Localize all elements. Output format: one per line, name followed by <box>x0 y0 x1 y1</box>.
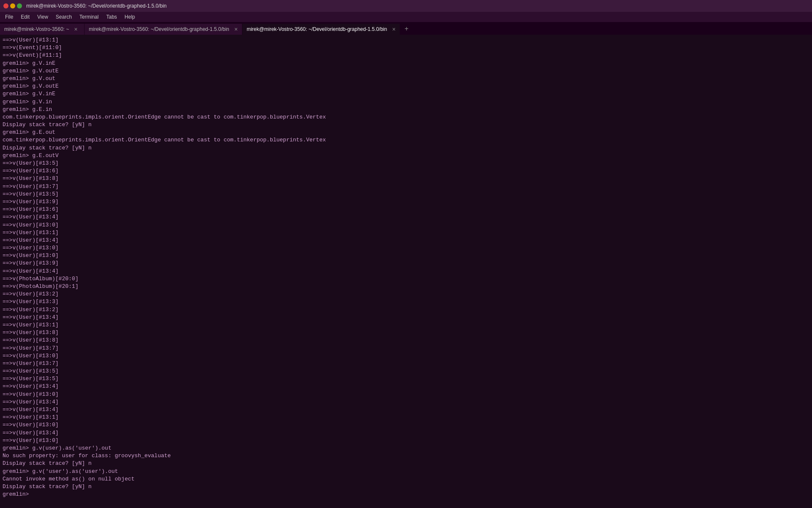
terminal-line-39: ==>v(User)[#13:8] <box>3 337 809 344</box>
close-button[interactable] <box>3 3 8 8</box>
terminal-line-3: gremlin> g.V.inE <box>3 60 809 67</box>
terminal-line-52: ==>v(User)[#13:0] <box>3 437 809 444</box>
menu-item-file[interactable]: File <box>2 13 16 21</box>
terminal-line-38: ==>v(User)[#13:8] <box>3 329 809 337</box>
terminal-line-6: gremlin> g.V.outE <box>3 83 809 90</box>
terminal-line-27: ==>v(User)[#13:0] <box>3 244 809 252</box>
menu-item-search[interactable]: Search <box>52 13 75 21</box>
terminal-line-35: ==>v(User)[#13:2] <box>3 306 809 314</box>
terminal-line-16: ==>v(User)[#13:5] <box>3 160 809 167</box>
terminal-line-23: ==>v(User)[#13:4] <box>3 213 809 221</box>
menu-item-help[interactable]: Help <box>121 13 139 21</box>
terminal-line-34: ==>v(User)[#13:3] <box>3 298 809 306</box>
terminal-line-42: ==>v(User)[#13:7] <box>3 360 809 367</box>
terminal-line-1: ==>v(Event)[#11:0] <box>3 44 809 52</box>
terminal-line-59: gremlin> <box>3 491 809 498</box>
tab-2[interactable]: mirek@mirek-Vostro-3560: ~/Devel/orientd… <box>242 24 400 35</box>
terminal-line-45: ==>v(User)[#13:4] <box>3 383 809 390</box>
terminal-line-0: ==>v(User)[#13:1] <box>3 36 809 44</box>
terminal-line-50: ==>v(User)[#13:0] <box>3 421 809 429</box>
terminal-line-58: Display stack trace? [yN] n <box>3 483 809 491</box>
window-controls[interactable] <box>3 3 22 8</box>
tab-0[interactable]: mirek@mirek-Vostro-3560: ~× <box>0 24 85 35</box>
terminal-line-54: No such property: user for class: groovy… <box>3 452 809 460</box>
tab-bar: mirek@mirek-Vostro-3560: ~×mirek@mirek-V… <box>0 22 812 35</box>
terminal-line-12: gremlin> g.E.out <box>3 129 809 136</box>
terminal-line-11: Display stack trace? [yN] n <box>3 121 809 129</box>
terminal-line-5: gremlin> g.V.out <box>3 75 809 83</box>
terminal-line-37: ==>v(User)[#13:1] <box>3 321 809 329</box>
terminal-line-18: ==>v(User)[#13:8] <box>3 175 809 182</box>
terminal-line-53: gremlin> g.v(user).as('user').out <box>3 444 809 452</box>
terminal-line-49: ==>v(User)[#13:1] <box>3 414 809 421</box>
terminal-line-28: ==>v(User)[#13:0] <box>3 252 809 260</box>
terminal-line-17: ==>v(User)[#13:6] <box>3 167 809 175</box>
menu-item-tabs[interactable]: Tabs <box>103 13 120 21</box>
terminal-line-25: ==>v(User)[#13:1] <box>3 229 809 237</box>
tab-label-2: mirek@mirek-Vostro-3560: ~/Devel/orientd… <box>247 26 387 32</box>
terminal-line-8: gremlin> g.V.in <box>3 98 809 106</box>
terminal-line-4: gremlin> g.V.outE <box>3 67 809 75</box>
new-tab-button[interactable]: + <box>400 24 413 35</box>
terminal-line-9: gremlin> g.E.in <box>3 106 809 113</box>
terminal-line-15: gremlin> g.E.outV <box>3 152 809 160</box>
terminal-line-2: ==>v(Event)[#11:1] <box>3 52 809 59</box>
terminal-line-48: ==>v(User)[#13:4] <box>3 406 809 414</box>
terminal-line-7: gremlin> g.V.inE <box>3 90 809 98</box>
terminal-line-29: ==>v(User)[#13:9] <box>3 260 809 267</box>
terminal-line-32: ==>v(PhotoAlbum)[#20:1] <box>3 283 809 290</box>
tab-label-0: mirek@mirek-Vostro-3560: ~ <box>4 26 69 32</box>
terminal-line-14: Display stack trace? [yN] n <box>3 144 809 152</box>
terminal-line-20: ==>v(User)[#13:5] <box>3 190 809 198</box>
terminal-output[interactable]: ==>v(User)[#13:1]==>v(Event)[#11:0]==>v(… <box>0 35 812 508</box>
tab-close-1[interactable]: × <box>234 26 238 33</box>
terminal-line-31: ==>v(PhotoAlbum)[#20:0] <box>3 275 809 283</box>
terminal-line-47: ==>v(User)[#13:4] <box>3 398 809 406</box>
terminal-line-33: ==>v(User)[#13:2] <box>3 290 809 298</box>
window-title: mirek@mirek-Vostro-3560: ~/Devel/orientd… <box>26 3 167 9</box>
minimize-button[interactable] <box>10 3 15 8</box>
terminal-line-57: Cannot invoke method as() on null object <box>3 475 809 483</box>
terminal-line-46: ==>v(User)[#13:0] <box>3 391 809 398</box>
terminal-line-21: ==>v(User)[#13:9] <box>3 198 809 206</box>
menu-item-view[interactable]: View <box>34 13 52 21</box>
maximize-button[interactable] <box>17 3 22 8</box>
menu-item-terminal[interactable]: Terminal <box>76 13 102 21</box>
terminal-line-10: com.tinkerpop.blueprints.impls.orient.Or… <box>3 113 809 121</box>
terminal-line-56: gremlin> g.v('user').as('user').out <box>3 468 809 475</box>
terminal-line-40: ==>v(User)[#13:7] <box>3 345 809 352</box>
terminal-line-41: ==>v(User)[#13:0] <box>3 352 809 360</box>
terminal-line-24: ==>v(User)[#13:0] <box>3 221 809 229</box>
tab-1[interactable]: mirek@mirek-Vostro-3560: ~/Devel/orientd… <box>85 24 242 35</box>
tab-close-0[interactable]: × <box>74 26 77 33</box>
terminal-line-22: ==>v(User)[#13:6] <box>3 206 809 213</box>
menu-item-edit[interactable]: Edit <box>17 13 33 21</box>
tab-label-1: mirek@mirek-Vostro-3560: ~/Devel/orientd… <box>89 26 229 32</box>
terminal-line-19: ==>v(User)[#13:7] <box>3 183 809 190</box>
terminal-line-30: ==>v(User)[#13:4] <box>3 268 809 275</box>
terminal-line-51: ==>v(User)[#13:4] <box>3 429 809 437</box>
menu-bar: FileEditViewSearchTerminalTabsHelp <box>0 12 812 22</box>
terminal-line-26: ==>v(User)[#13:4] <box>3 237 809 244</box>
terminal-line-44: ==>v(User)[#13:5] <box>3 375 809 383</box>
terminal-line-43: ==>v(User)[#13:5] <box>3 367 809 375</box>
terminal-line-13: com.tinkerpop.blueprints.impls.orient.Or… <box>3 136 809 144</box>
title-bar: mirek@mirek-Vostro-3560: ~/Devel/orientd… <box>0 0 812 12</box>
terminal-line-36: ==>v(User)[#13:4] <box>3 314 809 321</box>
tab-close-2[interactable]: × <box>392 26 395 33</box>
terminal-line-55: Display stack trace? [yN] n <box>3 460 809 467</box>
